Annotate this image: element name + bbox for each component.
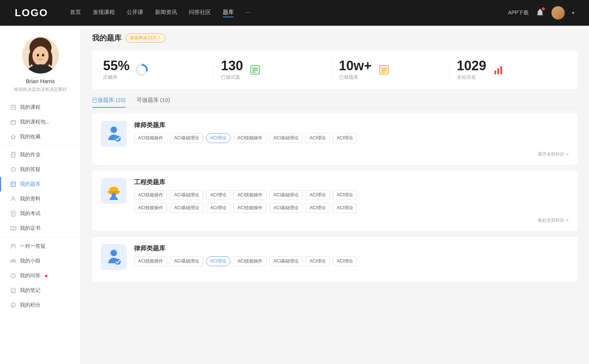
svg-point-30 <box>12 227 14 229</box>
svg-point-3 <box>32 46 49 65</box>
tag-3-2[interactable]: ACI理论 <box>206 256 230 266</box>
app-download-link[interactable]: APP下载 <box>508 10 529 16</box>
sidebar-motto: 错误的决定比没有决定要好 <box>10 86 71 93</box>
svg-rect-54 <box>494 71 496 74</box>
tag-3-4[interactable]: ACI基础理论 <box>269 256 303 266</box>
tag-1-4[interactable]: ACI基础理论 <box>269 133 303 143</box>
courses-icon <box>10 104 16 110</box>
tag-2b-3[interactable]: ACI技能操作 <box>233 203 267 213</box>
qa-icon: ? <box>10 273 16 279</box>
svg-point-24 <box>12 197 14 199</box>
tag-1-0[interactable]: ACI技能操作 <box>134 133 167 143</box>
sidebar-item-points[interactable]: P 我的积分 <box>0 298 81 313</box>
stat-done-text: 130 已做试题 <box>221 59 243 81</box>
tag-2b-6[interactable]: ACI理论 <box>333 203 357 213</box>
svg-rect-55 <box>497 68 499 74</box>
stat-accuracy-icon <box>135 63 149 77</box>
sidebar-divider-2 <box>0 237 81 238</box>
stat-done-questions: 130 已做试题 <box>214 59 331 81</box>
user-dropdown-arrow[interactable]: ▾ <box>572 10 574 15</box>
nav-qa[interactable]: 问答社区 <box>189 9 211 17</box>
svg-point-34 <box>11 260 12 261</box>
sidebar-item-qbank[interactable]: 我的题库 <box>0 177 81 192</box>
tag-2a-5[interactable]: ACI理论 <box>306 190 330 200</box>
nav-discover[interactable]: 发现课程 <box>93 9 115 17</box>
sidebar-item-qanda[interactable]: ? 我的答疑 <box>0 162 81 177</box>
stat-done-value: 130 <box>221 59 243 72</box>
tag-1-1[interactable]: ACI基础理论 <box>170 133 203 143</box>
nav-news[interactable]: 新闻资讯 <box>155 9 177 17</box>
svg-rect-21 <box>11 182 15 186</box>
stat-rank-label: 全站排名 <box>457 74 486 81</box>
stat-rank-value: 1029 <box>457 59 486 72</box>
sidebar-item-group[interactable]: 我的小组 <box>0 254 81 268</box>
tag-2a-1[interactable]: ACI基础理论 <box>170 190 203 200</box>
navbar-links: 首页 发现课程 公开课 新闻资讯 问答社区 题库 ··· <box>70 9 493 17</box>
profile-icon <box>10 196 16 202</box>
sidebar-item-homework[interactable]: 我的作业 <box>0 147 81 162</box>
tag-3-0[interactable]: ACI技能操作 <box>134 256 167 266</box>
tab-available-banks[interactable]: 可做题库 (10) <box>137 97 170 107</box>
nav-open-course[interactable]: 公开课 <box>127 9 143 17</box>
sidebar-divider-1 <box>0 146 81 146</box>
notification-dot <box>542 7 545 10</box>
tabs-row: 已做题库 (10) 可做题库 (10) <box>92 97 578 108</box>
tag-2b-1[interactable]: ACI基础理论 <box>170 203 203 213</box>
main-content: 我的题库 体验剩余23天！ 55% 正确率 <box>81 26 589 364</box>
expand-link-1[interactable]: 展开全部科目 ∨ <box>101 151 569 157</box>
tag-2b-5[interactable]: ACI理论 <box>306 203 330 213</box>
tag-2a-2[interactable]: ACI理论 <box>206 190 230 200</box>
exam-icon <box>10 211 16 217</box>
question-circle-icon: ? <box>10 167 16 172</box>
stats-card: 55% 正确率 130 已做试题 <box>92 50 578 89</box>
bank-content-1: 律师类题库 ACI技能操作 ACI基础理论 ACI理论 ACI技能操作 ACI基… <box>134 121 569 143</box>
collapse-link-2[interactable]: 收起全部科目 ∧ <box>101 217 569 224</box>
tag-2a-0[interactable]: ACI技能操作 <box>134 190 167 200</box>
sidebar-item-courses[interactable]: 我的课程 <box>0 100 81 115</box>
svg-text:P: P <box>12 304 14 307</box>
sidebar-item-notes[interactable]: 我的笔记 <box>0 283 81 298</box>
tag-2a-4[interactable]: ACI基础理论 <box>269 190 303 200</box>
tab-done-banks[interactable]: 已做题库 (10) <box>92 97 126 107</box>
user-avatar[interactable] <box>551 6 565 19</box>
sidebar-label-one-on-one: 一对一答疑 <box>20 243 46 250</box>
nav-qbank[interactable]: 题库 <box>223 9 234 17</box>
tag-2b-2[interactable]: ACI理论 <box>206 203 230 213</box>
tag-2b-4[interactable]: ACI基础理论 <box>269 203 303 213</box>
lawyer-icon-svg <box>105 125 123 143</box>
nav-more[interactable]: ··· <box>246 9 250 17</box>
bank-icon-lawyer-1 <box>101 121 127 147</box>
sidebar-item-favorites[interactable]: 我的收藏 <box>0 129 81 144</box>
bank-card-header-1: 律师类题库 ACI技能操作 ACI基础理论 ACI理论 ACI技能操作 ACI基… <box>101 121 569 147</box>
sidebar-menu: 我的课程 我的课程包... 我的收藏 我的作业 ? 我的答疑 <box>0 100 81 313</box>
sidebar-item-profile[interactable]: 我的资料 <box>0 192 81 206</box>
sidebar-label-profile: 我的资料 <box>20 196 40 202</box>
sidebar-item-certificate[interactable]: 我的证书 <box>0 221 81 236</box>
tag-2a-3[interactable]: ACI技能操作 <box>233 190 267 200</box>
sidebar-item-package[interactable]: 我的课程包... <box>0 115 81 129</box>
nav-home[interactable]: 首页 <box>70 9 81 17</box>
tag-3-3[interactable]: ACI技能操作 <box>233 256 267 266</box>
tag-3-5[interactable]: ACI理论 <box>306 256 330 266</box>
tags-row-1: ACI技能操作 ACI基础理论 ACI理论 ACI技能操作 ACI基础理论 AC… <box>134 133 569 143</box>
sidebar-item-exam[interactable]: 我的考试 <box>0 206 81 221</box>
bank-title-3: 律师类题库 <box>134 244 569 253</box>
tag-3-1[interactable]: ACI基础理论 <box>170 256 203 266</box>
tag-2b-0[interactable]: ACI技能操作 <box>134 203 167 213</box>
tag-2a-6[interactable]: ACI理论 <box>333 190 357 200</box>
tag-1-5[interactable]: ACI理论 <box>306 133 330 143</box>
group-icon <box>10 258 16 264</box>
tag-1-6[interactable]: ACI理论 <box>333 133 357 143</box>
tag-3-6[interactable]: ACI理论 <box>333 256 357 266</box>
tag-1-3[interactable]: ACI技能操作 <box>233 133 267 143</box>
sidebar-avatar-wrap <box>22 37 59 74</box>
sidebar-item-myqa[interactable]: ? 我的问答 <box>0 268 81 283</box>
stat-accuracy-value: 55% <box>103 59 130 72</box>
svg-marker-14 <box>11 135 16 139</box>
notification-bell[interactable] <box>536 8 544 18</box>
sidebar-item-one-on-one[interactable]: 一对一答疑 <box>0 239 81 254</box>
certificate-icon <box>10 225 16 231</box>
tag-1-2[interactable]: ACI理论 <box>206 133 230 143</box>
bank-content-2: 工程类题库 ACI技能操作 ACI基础理论 ACI理论 ACI技能操作 ACI基… <box>134 178 569 213</box>
svg-text:?: ? <box>12 168 14 172</box>
